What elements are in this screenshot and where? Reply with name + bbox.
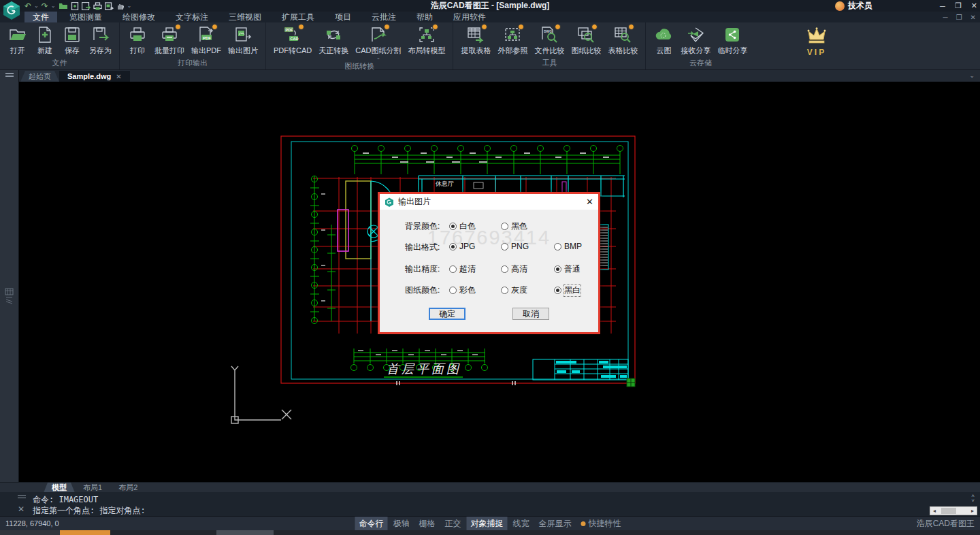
- toggle-ortho[interactable]: 正交: [441, 517, 466, 531]
- table-compare-button[interactable]: 表格比较: [604, 24, 641, 56]
- drawing-compare-button[interactable]: 图纸比较: [568, 24, 604, 56]
- cloud-drawing-button[interactable]: 云图: [650, 24, 677, 56]
- restore-button[interactable]: ❐: [955, 1, 962, 10]
- export-pdf-button[interactable]: PDF 输出PDF: [188, 24, 225, 56]
- scroll-right-icon[interactable]: ▸: [968, 508, 977, 514]
- toggle-osnap[interactable]: 对象捕捉: [467, 517, 508, 531]
- command-history-line: 命令: IMAGEOUT: [33, 494, 146, 505]
- tab-sample-dwg[interactable]: Sample.dwg ✕: [59, 71, 130, 82]
- avatar: [835, 1, 845, 11]
- radio-format-png[interactable]: PNG: [501, 242, 529, 251]
- menu-tab-file[interactable]: 文件: [24, 12, 57, 22]
- ok-button[interactable]: 确定: [429, 308, 466, 320]
- batch-print-button[interactable]: 批量打印: [151, 24, 188, 56]
- toggle-grid[interactable]: 栅格: [415, 517, 440, 531]
- doc-restore-button[interactable]: ❐: [956, 14, 962, 21]
- scroll-left-icon[interactable]: ◂: [930, 508, 938, 514]
- open-folder-icon: [8, 25, 27, 44]
- menu-tab-3d-view[interactable]: 三维视图: [220, 12, 270, 22]
- cad-split-button[interactable]: CAD图纸分割 ⌄: [352, 24, 404, 59]
- radio-quality-normal[interactable]: 普通: [554, 263, 581, 275]
- new-button[interactable]: 新建: [31, 24, 59, 56]
- tab-model[interactable]: 模型: [44, 483, 75, 493]
- command-close-icon[interactable]: ✕: [18, 504, 24, 514]
- file-compare-button[interactable]: DWG 文件比较: [531, 24, 568, 56]
- tab-close-icon[interactable]: ✕: [116, 73, 121, 80]
- radio-quality-ultra[interactable]: 超清: [449, 263, 476, 275]
- toggle-lineweight[interactable]: 线宽: [509, 517, 534, 531]
- save-as-button[interactable]: 另存为: [86, 24, 115, 56]
- xref-button[interactable]: 外部参照: [494, 24, 531, 56]
- command-hscrollbar[interactable]: ◂ ▸: [930, 506, 977, 515]
- radio-bg-black[interactable]: 黑色: [501, 221, 527, 232]
- layers-panel-toggle[interactable]: [5, 288, 14, 306]
- command-scroll-arrows[interactable]: ˄˅: [971, 493, 975, 503]
- tianzheng-convert-button[interactable]: 天正转换: [315, 24, 352, 56]
- ucs-icon: [231, 366, 291, 423]
- user-account[interactable]: 技术员: [835, 0, 872, 12]
- receive-share-button[interactable]: 接收分享: [677, 24, 714, 56]
- radio-bg-white[interactable]: 白色: [449, 221, 476, 232]
- close-button[interactable]: ✕: [971, 1, 977, 10]
- dialog-title-bar[interactable]: 输出图片 ✕: [380, 194, 598, 210]
- menu-tab-view-measure[interactable]: 览图测量: [61, 12, 110, 22]
- command-line-panel[interactable]: ✕ 命令: IMAGEOUT 指定第一个角点: 指定对角点: ˄˅ ◂ ▸: [0, 492, 980, 516]
- title-bar: ↶⌄ ↷⌄ ⌄ 浩辰CAD看图王 - [Sample.dwg] 技术员 ─ ❐ …: [0, 0, 980, 12]
- radio-icon: [449, 265, 457, 273]
- menu-tab-apps[interactable]: 应用软件: [445, 12, 494, 22]
- vip-badge-icon: [481, 24, 487, 30]
- radio-color-bw[interactable]: 黑白: [554, 285, 581, 296]
- menu-tab-cloud-annotate[interactable]: 云批注: [363, 12, 404, 22]
- drag-handle-icon[interactable]: [18, 495, 26, 498]
- minimize-button[interactable]: ─: [940, 2, 945, 10]
- radio-format-bmp[interactable]: BMP: [554, 242, 582, 251]
- radio-color-color[interactable]: 彩色: [449, 285, 476, 296]
- save-icon: [63, 25, 82, 44]
- scrollbar-thumb[interactable]: [941, 508, 956, 514]
- doc-close-button[interactable]: ✕: [970, 14, 976, 21]
- open-button[interactable]: 打开: [4, 24, 31, 56]
- tab-list-chevron-icon[interactable]: ⌄: [969, 72, 975, 79]
- menu-tab-text-annotate[interactable]: 文字标注: [167, 12, 216, 22]
- radio-quality-hd[interactable]: 高清: [501, 263, 527, 275]
- title-block: [533, 359, 628, 380]
- row-drawing-color: 图纸颜色: 彩色 灰度 黑白: [380, 282, 598, 297]
- tab-start-page[interactable]: 起始页: [20, 71, 59, 82]
- scrollbar-track[interactable]: [938, 507, 968, 515]
- menu-tab-project[interactable]: 项目: [327, 12, 359, 22]
- export-image-button[interactable]: 输出图片: [225, 24, 261, 56]
- app-logo-icon[interactable]: [2, 1, 21, 20]
- tab-layout1[interactable]: 布局1: [75, 483, 110, 493]
- panel-handle-icon[interactable]: [5, 73, 14, 77]
- vip-button[interactable]: VIP: [802, 27, 832, 57]
- ribbon-group-tools: 提取表格 外部参照 DWG 文件比较: [453, 22, 645, 69]
- doc-minimize-button[interactable]: ─: [943, 14, 948, 21]
- ribbon: 打开 新建 保存 另存为 文件: [0, 22, 980, 70]
- temp-share-button[interactable]: 临时分享: [714, 24, 751, 56]
- document-tab-bar: 起始页 Sample.dwg ✕ ⌄: [0, 70, 980, 82]
- command-prompt-line[interactable]: 指定第一个角点: 指定对角点:: [33, 505, 146, 516]
- pdf-to-cad-icon: PDFCAD: [283, 25, 302, 44]
- vip-badge-icon: [175, 24, 181, 30]
- cancel-button[interactable]: 取消: [512, 308, 549, 320]
- chevron-down-icon[interactable]: ⌄: [376, 56, 380, 59]
- menu-tab-help[interactable]: 帮助: [408, 12, 441, 22]
- menu-tab-extended-tools[interactable]: 扩展工具: [274, 12, 323, 22]
- cloud-drawing-icon: [654, 25, 673, 44]
- toggle-quick-properties[interactable]: 快捷特性: [577, 517, 625, 531]
- scroll-down-icon[interactable]: ˅: [971, 498, 975, 503]
- toggle-fullscreen[interactable]: 全屏显示: [535, 517, 576, 531]
- tab-layout2[interactable]: 布局2: [110, 483, 146, 493]
- menu-tab-draw-modify[interactable]: 绘图修改: [114, 12, 163, 22]
- ribbon-group-label: 打印输出: [124, 56, 261, 71]
- dialog-close-icon[interactable]: ✕: [586, 197, 593, 207]
- pdf-to-cad-button[interactable]: PDFCAD PDF转CAD: [270, 24, 315, 56]
- toggle-polar[interactable]: 极轴: [389, 517, 414, 531]
- radio-color-gray[interactable]: 灰度: [501, 285, 527, 296]
- extract-table-button[interactable]: 提取表格: [457, 24, 494, 56]
- print-button[interactable]: 打印: [124, 24, 151, 56]
- toggle-command-line[interactable]: 命令行: [355, 517, 388, 531]
- layout-to-model-button[interactable]: 布局转模型: [404, 24, 448, 56]
- radio-format-jpg[interactable]: JPG: [449, 242, 475, 251]
- save-button[interactable]: 保存: [59, 24, 86, 56]
